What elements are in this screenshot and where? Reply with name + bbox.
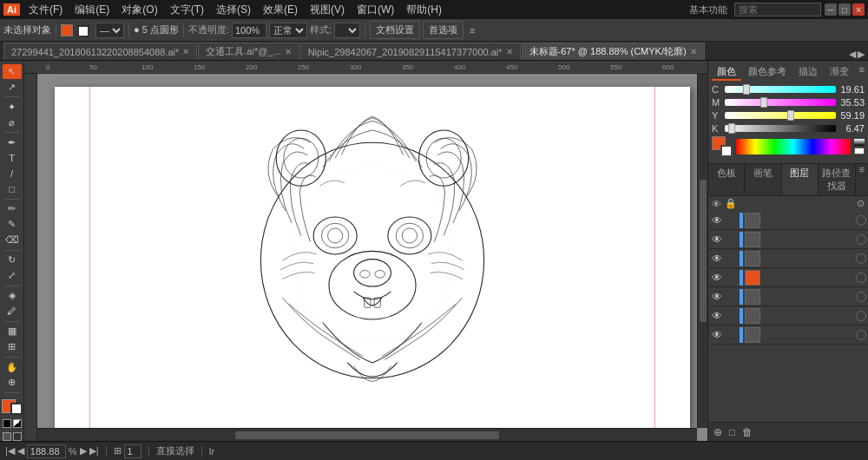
cmyk-m-track[interactable] bbox=[725, 99, 836, 106]
layer-2-dot[interactable] bbox=[856, 234, 866, 245]
opacity-input[interactable] bbox=[232, 23, 266, 38]
layer-2-lock[interactable] bbox=[726, 233, 738, 246]
selection-tool-btn[interactable]: ↖ bbox=[3, 64, 22, 79]
preferences-button[interactable]: 首选项 bbox=[423, 21, 464, 39]
horizontal-scrollbar[interactable] bbox=[37, 428, 697, 441]
rotate-tool-btn[interactable]: ↻ bbox=[3, 253, 22, 267]
vertical-scroll-thumb[interactable] bbox=[700, 180, 707, 321]
vertical-scrollbar[interactable] bbox=[697, 74, 707, 428]
layer-row-5[interactable]: 👁 bbox=[708, 287, 868, 306]
layer-7-dot[interactable] bbox=[856, 330, 866, 340]
tab-2[interactable]: Nipic_29842067_20190829115417377000.ai* … bbox=[300, 43, 521, 60]
layer-1-dot[interactable] bbox=[856, 215, 866, 226]
lp-tab-layers[interactable]: 图层 bbox=[782, 164, 819, 195]
canvas-area[interactable]: 0 50 100 150 200 250 300 350 400 450 500… bbox=[24, 61, 707, 441]
layer-row-7[interactable]: 👁 bbox=[708, 325, 868, 345]
hand-tool-btn[interactable]: ✋ bbox=[3, 360, 22, 375]
eraser-tool-btn[interactable]: ⌫ bbox=[3, 233, 22, 247]
scale-tool-btn[interactable]: ⤢ bbox=[3, 268, 22, 283]
magic-wand-tool-btn[interactable]: ✦ bbox=[3, 100, 22, 115]
nav-prev-icon[interactable]: ◀ bbox=[17, 445, 24, 457]
cmyk-k-thumb[interactable] bbox=[728, 123, 735, 134]
menu-type[interactable]: 文字(T) bbox=[165, 1, 209, 19]
line-tool-btn[interactable]: / bbox=[3, 167, 22, 181]
layer-1-vis[interactable]: 👁 bbox=[710, 214, 724, 227]
layer-row-1[interactable]: 👁 bbox=[708, 211, 868, 230]
lp-tab-swatches[interactable]: 色板 bbox=[708, 164, 745, 195]
paintbrush-tool-btn[interactable]: ✏ bbox=[3, 202, 22, 217]
layer-5-vis[interactable]: 👁 bbox=[710, 290, 724, 304]
layer-3-lock[interactable] bbox=[726, 253, 738, 265]
lp-tab-brushes[interactable]: 画笔 bbox=[745, 164, 781, 195]
layer-4-lock[interactable] bbox=[726, 272, 738, 284]
cmyk-y-thumb[interactable] bbox=[787, 110, 794, 121]
tab-right-arrow[interactable]: ▶ bbox=[858, 49, 865, 60]
style-select[interactable] bbox=[334, 23, 360, 38]
direct-selection-tool-btn[interactable]: ↗ bbox=[3, 80, 22, 95]
maximize-button[interactable]: □ bbox=[838, 3, 851, 16]
layers-panel-menu[interactable]: ≡ bbox=[856, 164, 868, 195]
menu-file[interactable]: 文件(F) bbox=[23, 1, 68, 19]
eyedropper-tool-btn[interactable]: 🖉 bbox=[3, 304, 22, 319]
rect-tool-btn[interactable]: □ bbox=[3, 181, 22, 196]
layer-1-lock[interactable] bbox=[726, 214, 738, 227]
color-spectrum[interactable] bbox=[736, 139, 851, 154]
artboard-tool-btn[interactable]: ⊞ bbox=[3, 339, 22, 354]
cmyk-m-thumb[interactable] bbox=[760, 97, 767, 108]
lasso-tool-btn[interactable]: ⌀ bbox=[3, 115, 22, 130]
layer-row-2[interactable]: 👁 bbox=[708, 230, 868, 249]
type-tool-btn[interactable]: T bbox=[3, 151, 22, 166]
zoom-tool-btn[interactable]: ⊕ bbox=[3, 375, 22, 390]
none-color[interactable] bbox=[3, 419, 11, 428]
menu-effect[interactable]: 效果(E) bbox=[258, 1, 303, 19]
layer-5-lock[interactable] bbox=[726, 291, 738, 303]
fill-color-swatch[interactable] bbox=[61, 24, 73, 36]
layer-6-dot[interactable] bbox=[856, 311, 866, 321]
bg-swatch[interactable] bbox=[720, 145, 733, 157]
gradient-tool-btn[interactable]: ◈ bbox=[3, 288, 22, 303]
tab-2-close[interactable]: ✕ bbox=[506, 47, 513, 56]
menu-help[interactable]: 帮助(H) bbox=[401, 1, 447, 19]
layer-row-3[interactable]: 👁 bbox=[708, 249, 868, 268]
color-mode-icon[interactable] bbox=[3, 432, 11, 441]
blend-mode-select[interactable]: 正常 bbox=[269, 23, 307, 38]
layer-row-6[interactable]: 👁 bbox=[708, 306, 868, 325]
delete-layer-button[interactable]: 🗑 bbox=[740, 424, 754, 440]
layer-4-vis[interactable]: 👁 bbox=[710, 271, 724, 285]
doc-setup-button[interactable]: 文档设置 bbox=[370, 21, 420, 39]
make-sublayer-button[interactable]: ⊕ bbox=[712, 424, 724, 440]
pen-tool-btn[interactable]: ✒ bbox=[3, 135, 22, 150]
zoom-input[interactable] bbox=[27, 444, 66, 458]
pencil-tool-btn[interactable]: ✎ bbox=[3, 217, 22, 232]
search-input[interactable] bbox=[734, 3, 821, 16]
layer-row-4[interactable]: 👁 bbox=[708, 268, 868, 287]
color-panel-menu[interactable]: ≡ bbox=[859, 64, 865, 81]
artboard-input[interactable] bbox=[124, 444, 141, 458]
tab-1-close[interactable]: ✕ bbox=[285, 47, 292, 56]
gradient-color[interactable] bbox=[13, 419, 22, 428]
layer-6-lock[interactable] bbox=[726, 310, 738, 322]
layer-7-vis[interactable]: 👁 bbox=[710, 328, 724, 342]
cmyk-k-track[interactable] bbox=[725, 125, 836, 132]
layer-3-vis[interactable]: 👁 bbox=[710, 252, 724, 266]
minimize-button[interactable]: ─ bbox=[825, 3, 837, 16]
menu-window[interactable]: 窗口(W) bbox=[352, 1, 399, 19]
nav-next-icon[interactable]: ▶ bbox=[80, 445, 87, 457]
horizontal-scroll-thumb[interactable] bbox=[235, 431, 499, 439]
menu-edit[interactable]: 编辑(E) bbox=[69, 1, 115, 19]
tab-0[interactable]: 27299441_20180613220208854088.ai* ✕ bbox=[3, 43, 197, 60]
cmyk-y-track[interactable] bbox=[725, 112, 836, 119]
tab-3[interactable]: 未标题-67* @ 188.88% (CMYK/轮廓) ✕ bbox=[522, 43, 705, 60]
layer-7-lock[interactable] bbox=[726, 329, 738, 341]
cp-tab-color-ref[interactable]: 颜色参考 bbox=[743, 64, 792, 81]
cp-tab-stroke[interactable]: 描边 bbox=[793, 64, 823, 81]
lp-tab-pathfinder[interactable]: 路径查找器 bbox=[819, 164, 855, 195]
menu-select[interactable]: 选择(S) bbox=[211, 1, 256, 19]
tab-1[interactable]: 交通工具.ai*@_... ✕ bbox=[198, 43, 299, 60]
layer-2-vis[interactable]: 👁 bbox=[710, 233, 724, 246]
menu-view[interactable]: 视图(V) bbox=[305, 1, 350, 19]
cp-tab-gradient[interactable]: 渐变 bbox=[825, 64, 854, 81]
tab-3-close[interactable]: ✕ bbox=[690, 47, 697, 56]
tab-left-arrow[interactable]: ◀ bbox=[849, 49, 856, 60]
tab-0-close[interactable]: ✕ bbox=[182, 47, 189, 56]
